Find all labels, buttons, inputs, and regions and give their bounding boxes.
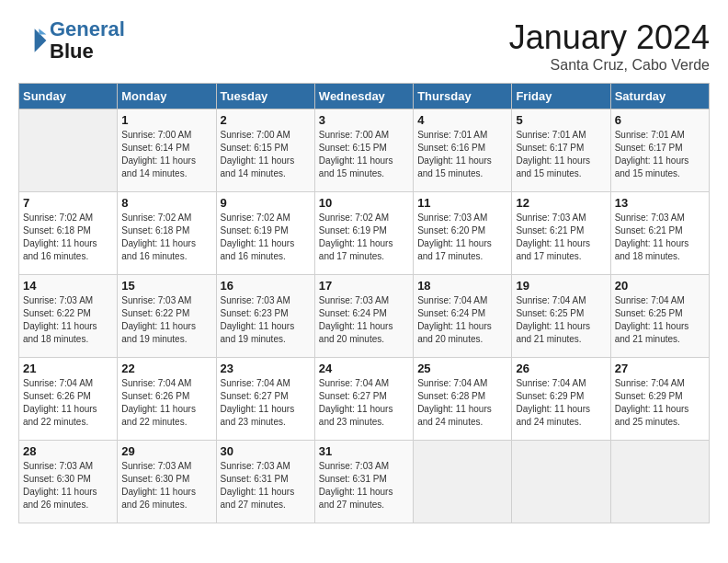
calendar-cell: 27Sunrise: 7:04 AMSunset: 6:29 PMDayligh… [610, 358, 709, 441]
calendar-cell: 10Sunrise: 7:02 AMSunset: 6:19 PMDayligh… [314, 192, 413, 275]
day-info: Sunrise: 7:04 AMSunset: 6:25 PMDaylight:… [516, 294, 606, 346]
calendar-week-row: 14Sunrise: 7:03 AMSunset: 6:22 PMDayligh… [19, 275, 710, 358]
day-number: 8 [121, 196, 211, 210]
day-info: Sunrise: 7:04 AMSunset: 6:27 PMDaylight:… [319, 377, 409, 429]
calendar-cell: 6Sunrise: 7:01 AMSunset: 6:17 PMDaylight… [610, 109, 709, 192]
day-number: 13 [615, 196, 705, 210]
calendar-cell: 25Sunrise: 7:04 AMSunset: 6:28 PMDayligh… [414, 358, 512, 441]
calendar-cell: 18Sunrise: 7:04 AMSunset: 6:24 PMDayligh… [414, 275, 512, 358]
calendar-cell: 9Sunrise: 7:02 AMSunset: 6:19 PMDaylight… [216, 192, 314, 275]
day-number: 11 [417, 196, 507, 210]
day-number: 3 [319, 113, 409, 127]
day-info: Sunrise: 7:03 AMSunset: 6:21 PMDaylight:… [516, 212, 606, 263]
day-number: 24 [319, 362, 409, 375]
logo: General Blue [18, 18, 125, 63]
calendar-cell: 5Sunrise: 7:01 AMSunset: 6:17 PMDaylight… [512, 109, 610, 192]
calendar-cell: 3Sunrise: 7:00 AMSunset: 6:15 PMDaylight… [314, 109, 413, 192]
calendar-cell: 29Sunrise: 7:03 AMSunset: 6:30 PMDayligh… [118, 441, 216, 523]
day-number: 6 [615, 113, 705, 127]
day-number: 26 [516, 362, 606, 375]
day-number: 30 [221, 444, 311, 458]
calendar-week-row: 7Sunrise: 7:02 AMSunset: 6:18 PMDaylight… [19, 192, 710, 275]
day-number: 20 [615, 279, 705, 293]
day-info: Sunrise: 7:00 AMSunset: 6:14 PMDaylight:… [121, 129, 211, 180]
calendar-week-row: 28Sunrise: 7:03 AMSunset: 6:30 PMDayligh… [19, 441, 710, 523]
day-number: 21 [23, 362, 113, 375]
calendar-cell: 14Sunrise: 7:03 AMSunset: 6:22 PMDayligh… [19, 275, 118, 358]
calendar-cell [19, 109, 118, 192]
day-info: Sunrise: 7:04 AMSunset: 6:26 PMDaylight:… [23, 377, 113, 429]
day-info: Sunrise: 7:03 AMSunset: 6:30 PMDaylight:… [23, 460, 113, 511]
day-number: 25 [417, 362, 507, 375]
day-info: Sunrise: 7:03 AMSunset: 6:21 PMDaylight:… [615, 212, 705, 263]
logo-text: General Blue [50, 18, 125, 63]
calendar-cell: 28Sunrise: 7:03 AMSunset: 6:30 PMDayligh… [19, 441, 118, 523]
day-header-thursday: Thursday [414, 84, 512, 109]
day-header-saturday: Saturday [610, 84, 709, 109]
calendar-cell: 16Sunrise: 7:03 AMSunset: 6:23 PMDayligh… [216, 275, 314, 358]
day-number: 15 [121, 279, 211, 293]
calendar-cell [512, 441, 610, 523]
page-header: General Blue January 2024 Santa Cruz, Ca… [18, 18, 710, 74]
calendar-cell: 7Sunrise: 7:02 AMSunset: 6:18 PMDaylight… [19, 192, 118, 275]
day-header-friday: Friday [512, 84, 610, 109]
calendar-cell: 12Sunrise: 7:03 AMSunset: 6:21 PMDayligh… [512, 192, 610, 275]
day-header-wednesday: Wednesday [314, 84, 413, 109]
calendar-cell: 13Sunrise: 7:03 AMSunset: 6:21 PMDayligh… [610, 192, 709, 275]
day-info: Sunrise: 7:03 AMSunset: 6:31 PMDaylight:… [319, 460, 409, 511]
day-info: Sunrise: 7:03 AMSunset: 6:20 PMDaylight:… [417, 212, 507, 263]
calendar-cell [610, 441, 709, 523]
day-number: 28 [23, 444, 113, 458]
day-number: 18 [417, 279, 507, 293]
day-info: Sunrise: 7:02 AMSunset: 6:18 PMDaylight:… [121, 212, 211, 263]
day-info: Sunrise: 7:00 AMSunset: 6:15 PMDaylight:… [221, 129, 311, 180]
logo-icon [18, 26, 48, 55]
calendar-cell: 31Sunrise: 7:03 AMSunset: 6:31 PMDayligh… [314, 441, 413, 523]
day-info: Sunrise: 7:04 AMSunset: 6:27 PMDaylight:… [221, 377, 311, 429]
day-number: 19 [516, 279, 606, 293]
calendar-cell: 2Sunrise: 7:00 AMSunset: 6:15 PMDaylight… [216, 109, 314, 192]
day-info: Sunrise: 7:03 AMSunset: 6:30 PMDaylight:… [121, 460, 211, 511]
calendar-cell: 17Sunrise: 7:03 AMSunset: 6:24 PMDayligh… [314, 275, 413, 358]
day-header-sunday: Sunday [19, 84, 118, 109]
day-info: Sunrise: 7:01 AMSunset: 6:16 PMDaylight:… [417, 129, 507, 180]
location-subtitle: Santa Cruz, Cabo Verde [509, 57, 710, 74]
day-info: Sunrise: 7:04 AMSunset: 6:29 PMDaylight:… [615, 377, 705, 429]
day-number: 17 [319, 279, 409, 293]
day-info: Sunrise: 7:04 AMSunset: 6:29 PMDaylight:… [516, 377, 606, 429]
day-info: Sunrise: 7:04 AMSunset: 6:28 PMDaylight:… [417, 377, 507, 429]
calendar-week-row: 21Sunrise: 7:04 AMSunset: 6:26 PMDayligh… [19, 358, 710, 441]
calendar-cell: 22Sunrise: 7:04 AMSunset: 6:26 PMDayligh… [118, 358, 216, 441]
month-title: January 2024 [509, 18, 710, 57]
day-info: Sunrise: 7:03 AMSunset: 6:31 PMDaylight:… [221, 460, 311, 511]
calendar-cell: 26Sunrise: 7:04 AMSunset: 6:29 PMDayligh… [512, 358, 610, 441]
day-info: Sunrise: 7:02 AMSunset: 6:19 PMDaylight:… [319, 212, 409, 263]
day-number: 2 [221, 113, 311, 127]
day-number: 27 [615, 362, 705, 375]
calendar-cell: 21Sunrise: 7:04 AMSunset: 6:26 PMDayligh… [19, 358, 118, 441]
calendar-cell: 24Sunrise: 7:04 AMSunset: 6:27 PMDayligh… [314, 358, 413, 441]
day-number: 31 [319, 444, 409, 458]
day-number: 9 [221, 196, 311, 210]
day-number: 7 [23, 196, 113, 210]
day-info: Sunrise: 7:03 AMSunset: 6:22 PMDaylight:… [121, 294, 211, 346]
day-number: 1 [121, 113, 211, 127]
day-number: 12 [516, 196, 606, 210]
day-number: 10 [319, 196, 409, 210]
day-number: 16 [221, 279, 311, 293]
calendar-cell: 23Sunrise: 7:04 AMSunset: 6:27 PMDayligh… [216, 358, 314, 441]
calendar-cell: 8Sunrise: 7:02 AMSunset: 6:18 PMDaylight… [118, 192, 216, 275]
day-info: Sunrise: 7:04 AMSunset: 6:25 PMDaylight:… [615, 294, 705, 346]
day-info: Sunrise: 7:01 AMSunset: 6:17 PMDaylight:… [516, 129, 606, 180]
title-area: January 2024 Santa Cruz, Cabo Verde [509, 18, 710, 74]
day-header-monday: Monday [118, 84, 216, 109]
day-info: Sunrise: 7:04 AMSunset: 6:26 PMDaylight:… [121, 377, 211, 429]
svg-marker-1 [39, 29, 46, 34]
calendar-cell [414, 441, 512, 523]
day-info: Sunrise: 7:02 AMSunset: 6:19 PMDaylight:… [221, 212, 311, 263]
day-info: Sunrise: 7:03 AMSunset: 6:23 PMDaylight:… [221, 294, 311, 346]
day-number: 4 [417, 113, 507, 127]
calendar-cell: 11Sunrise: 7:03 AMSunset: 6:20 PMDayligh… [414, 192, 512, 275]
day-number: 14 [23, 279, 113, 293]
calendar-cell: 20Sunrise: 7:04 AMSunset: 6:25 PMDayligh… [610, 275, 709, 358]
